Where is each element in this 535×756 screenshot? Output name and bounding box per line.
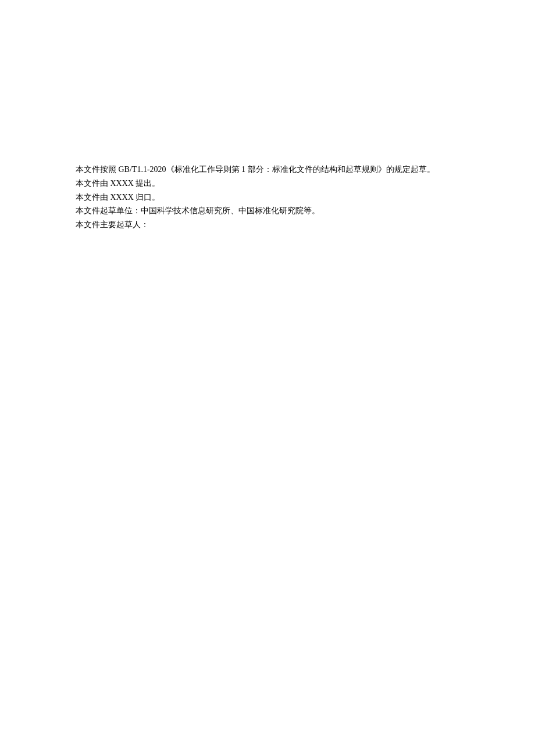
document-page: 本文件按照 GB/T1.1-2020《标准化工作导则第 1 部分：标准化文件的结… xyxy=(0,0,535,232)
paragraph-line-5: 本文件主要起草人： xyxy=(76,218,459,232)
paragraph-line-3: 本文件由 XXXX 归口。 xyxy=(76,191,459,205)
paragraph-line-1: 本文件按照 GB/T1.1-2020《标准化工作导则第 1 部分：标准化文件的结… xyxy=(76,163,459,177)
paragraph-line-2: 本文件由 XXXX 提出。 xyxy=(76,177,459,191)
paragraph-line-4: 本文件起草单位：中国科学技术信息研究所、中国标准化研究院等。 xyxy=(76,204,459,218)
